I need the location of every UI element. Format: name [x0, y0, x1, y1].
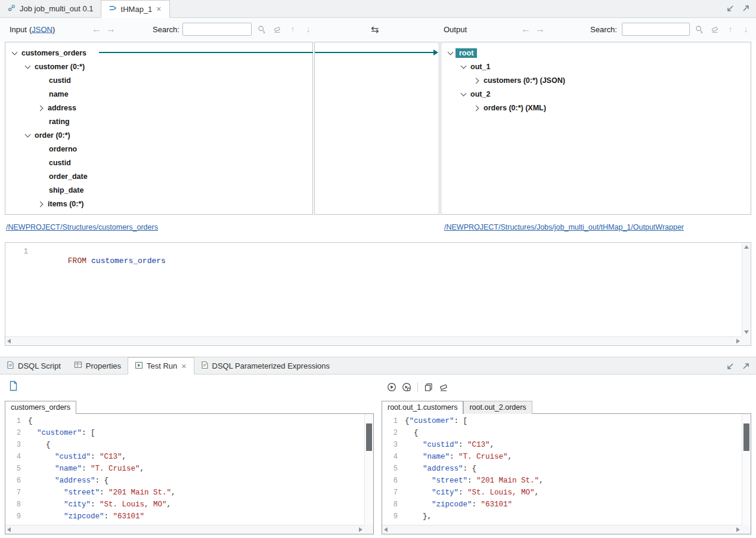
- mapping-connection-line[interactable]: [99, 52, 313, 53]
- input-search-icons: ↑ ↓: [256, 24, 314, 35]
- clear-search-icon[interactable]: [709, 24, 720, 35]
- chevron-right-icon[interactable]: [472, 76, 482, 85]
- horizontal-scrollbar[interactable]: [382, 525, 742, 534]
- forward-arrow-icon[interactable]: →: [533, 24, 547, 35]
- chevron-right-icon[interactable]: [36, 103, 46, 113]
- scroll-right-arrow[interactable]: [359, 527, 362, 532]
- vertical-scrollbar[interactable]: [742, 414, 751, 525]
- search-icon[interactable]: [256, 24, 267, 35]
- input-tree-item-order-0[interactable]: order (0:*): [5, 128, 312, 142]
- scroll-left-arrow[interactable]: [7, 339, 11, 344]
- previous-match-icon[interactable]: ↑: [725, 24, 736, 35]
- clear-search-icon[interactable]: [272, 24, 283, 35]
- code-text: "custid": "C13",: [28, 451, 126, 463]
- code-line: 4 "custid": "C13",: [5, 451, 364, 463]
- dsql-expression-editor[interactable]: 1 FROMcustomers_orders: [5, 242, 751, 346]
- tab-root-out2-orders[interactable]: root.out_2.orders: [463, 401, 532, 414]
- chevron-down-icon[interactable]: [23, 131, 33, 140]
- chevron-right-icon[interactable]: [36, 199, 46, 209]
- scrollbar-thumb[interactable]: [366, 423, 372, 451]
- horizontal-scrollbar[interactable]: [5, 336, 742, 345]
- new-test-case-icon[interactable]: [7, 380, 19, 392]
- run-icon[interactable]: [386, 382, 397, 392]
- chevron-down-icon[interactable]: [10, 48, 20, 58]
- scroll-left-arrow[interactable]: [7, 527, 11, 532]
- tree-item-label: address: [46, 103, 78, 113]
- input-json-code: 1{2 "customer": [3 {4 "custid": "C13",5 …: [5, 415, 364, 525]
- duplicate-output-icon[interactable]: [423, 382, 434, 392]
- minimize-view-icon[interactable]: [726, 4, 735, 13]
- horizontal-scrollbar[interactable]: [5, 525, 364, 534]
- next-match-icon[interactable]: ↓: [303, 24, 314, 35]
- back-arrow-icon[interactable]: ←: [519, 24, 533, 35]
- line-number: 2: [5, 427, 21, 439]
- line-number: 7: [5, 487, 21, 499]
- tab-properties[interactable]: Properties: [67, 357, 128, 374]
- input-tree-item-name[interactable]: name: [5, 87, 312, 101]
- tab-thmap[interactable]: tHMap_1 ×: [101, 0, 170, 18]
- tree-item-label: customers (0:*) (JSON): [482, 76, 567, 85]
- output-tree: rootout_1customers (0:*) (JSON)out_2orde…: [441, 42, 751, 115]
- chevron-down-icon[interactable]: [459, 89, 469, 99]
- chevron-down-icon[interactable]: [459, 62, 469, 72]
- output-search-icons: ↑ ↓: [694, 24, 751, 35]
- maximize-view-icon[interactable]: [742, 362, 750, 370]
- output-tree-item-out-1[interactable]: out_1: [441, 60, 751, 73]
- output-tree-item-out-2[interactable]: out_2: [441, 87, 751, 101]
- mapping-connection-arrowhead: [433, 50, 438, 55]
- next-match-icon[interactable]: ↓: [740, 24, 751, 35]
- swap-input-output-icon[interactable]: ⇆: [371, 24, 379, 35]
- vertical-scrollbar[interactable]: [742, 243, 751, 336]
- tab-customers-orders[interactable]: customers_orders: [5, 401, 76, 414]
- scroll-right-arrow[interactable]: [736, 527, 740, 532]
- mapping-connection-line[interactable]: [315, 52, 433, 53]
- input-tree-item-customer-0[interactable]: customer (0:*): [5, 60, 312, 73]
- output-search-input[interactable]: [622, 23, 690, 36]
- forward-arrow-icon[interactable]: →: [104, 24, 118, 35]
- tab-dsql-parameterized-expressions[interactable]: DSQL Parameterized Expressions: [194, 357, 337, 374]
- mapping-canvas[interactable]: [314, 42, 439, 215]
- input-tree-item-order-date[interactable]: order_date: [5, 169, 312, 183]
- tab-root-out1-customers[interactable]: root.out_1.customers: [382, 401, 463, 414]
- input-structure-link[interactable]: /NEWPROJECT/Structures/customers_orders: [6, 223, 158, 231]
- input-format-link[interactable]: JSON: [32, 25, 52, 34]
- run-with-configuration-icon[interactable]: [401, 382, 412, 392]
- previous-match-icon[interactable]: ↑: [287, 24, 298, 35]
- close-icon[interactable]: ×: [156, 5, 162, 13]
- input-tree-item-rating[interactable]: rating: [5, 115, 312, 128]
- input-tree-item-custid[interactable]: custid: [5, 73, 312, 87]
- input-tree-item-custid[interactable]: custid: [5, 156, 312, 169]
- vertical-scrollbar[interactable]: [364, 414, 373, 525]
- input-search-input[interactable]: [182, 23, 252, 36]
- tree-item-label: out_1: [469, 62, 492, 72]
- scroll-up-arrow[interactable]: [744, 245, 749, 249]
- tab-job[interactable]: Job job_multi_out 0.1: [0, 0, 101, 17]
- output-structure-link[interactable]: /NEWPROJECT/Structures/Jobs/job_multi_ou…: [444, 223, 684, 231]
- close-icon[interactable]: ×: [181, 362, 187, 370]
- input-tree-item-orderno[interactable]: orderno: [5, 142, 312, 156]
- clear-output-icon[interactable]: [438, 382, 449, 392]
- output-result-body[interactable]: 1{"customer": [2 {3 "custid": "C13",4 "n…: [382, 413, 751, 534]
- output-tree-item-customers-0-json[interactable]: customers (0:*) (JSON): [441, 73, 751, 87]
- scrollbar-thumb[interactable]: [743, 423, 749, 451]
- input-tree-item-ship-date[interactable]: ship_date: [5, 183, 312, 197]
- input-tree-item-address[interactable]: address: [5, 101, 312, 115]
- scroll-down-arrow[interactable]: [744, 330, 749, 334]
- chevron-right-icon[interactable]: [472, 103, 482, 113]
- output-tree-item-root[interactable]: root: [441, 46, 751, 60]
- scroll-right-arrow[interactable]: [736, 339, 740, 344]
- chevron-down-icon[interactable]: [23, 62, 33, 72]
- code-line: 6 "address": {: [5, 475, 364, 487]
- maximize-view-icon[interactable]: [742, 4, 750, 13]
- search-icon[interactable]: [694, 24, 705, 35]
- tab-test-run[interactable]: Test Run ×: [128, 357, 194, 375]
- back-arrow-icon[interactable]: ←: [89, 24, 104, 35]
- tab-dsql-script[interactable]: DSQL Script: [0, 357, 67, 374]
- output-tree-item-orders-0-xml[interactable]: orders (0:*) (XML): [441, 101, 751, 115]
- tree-item-label: orderno: [47, 144, 79, 154]
- input-tree-item-items-0[interactable]: items (0:*): [5, 197, 312, 211]
- minimize-view-icon[interactable]: [726, 362, 735, 370]
- input-result-body[interactable]: 1{2 "customer": [3 {4 "custid": "C13",5 …: [5, 413, 374, 534]
- scroll-left-arrow[interactable]: [384, 527, 388, 532]
- chevron-down-icon[interactable]: [446, 48, 456, 58]
